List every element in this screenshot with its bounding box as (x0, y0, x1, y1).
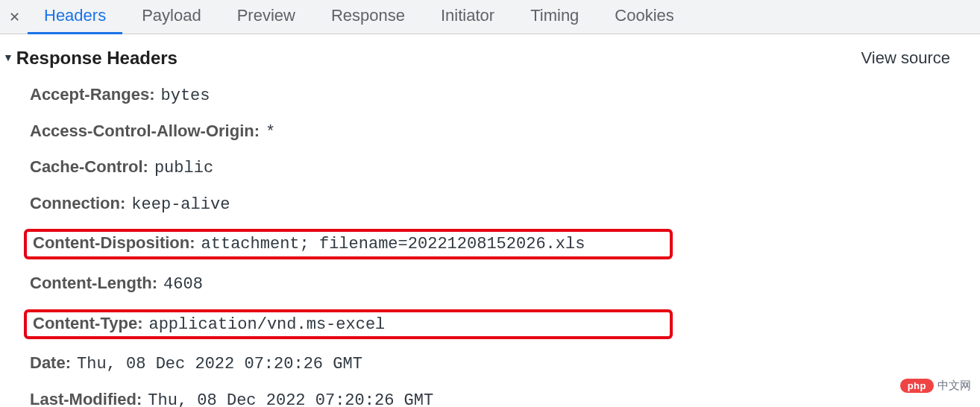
tab-preview[interactable]: Preview (221, 0, 312, 34)
header-row-accept-ranges: Accept-Ranges: bytes (30, 78, 980, 114)
view-source-link[interactable]: View source (861, 48, 950, 68)
header-row-content-disposition: Content-Disposition: attachment; filenam… (30, 222, 980, 266)
header-row-cache-control: Cache-Control: public (30, 150, 980, 186)
tab-timing[interactable]: Timing (514, 0, 595, 34)
header-key: Last-Modified: (30, 389, 142, 407)
header-value: 4608 (163, 274, 203, 296)
header-key: Connection: (30, 193, 125, 215)
tab-initiator[interactable]: Initiator (424, 0, 511, 34)
badge-text: 中文网 (937, 379, 971, 393)
tab-headers[interactable]: Headers (28, 0, 122, 34)
header-value: Thu, 08 Dec 2022 07:20:26 GMT (148, 391, 433, 407)
tab-response[interactable]: Response (315, 0, 421, 34)
header-row-connection: Connection: keep-alive (30, 186, 980, 223)
highlight-box: Content-Type: application/vnd.ms-excel (24, 309, 673, 340)
header-key: Content-Length: (30, 273, 157, 294)
section-toggle[interactable]: ▼ Response Headers (3, 48, 178, 69)
badge-pill: php (899, 378, 935, 394)
header-row-content-type: Content-Type: application/vnd.ms-excel (30, 303, 980, 347)
header-value: bytes (160, 86, 210, 107)
header-row-date: Date: Thu, 08 Dec 2022 07:20:26 GMT (30, 346, 980, 382)
watermark-badge: php 中文网 (899, 378, 971, 394)
header-key: Content-Type: (33, 313, 142, 335)
section-title: Response Headers (16, 48, 178, 69)
header-value: public (154, 158, 213, 180)
header-row-content-length: Content-Length: 4608 (30, 266, 980, 303)
highlight-box: Content-Disposition: attachment; filenam… (24, 229, 673, 259)
content-panel: ▼ Response Headers View source Accept-Ra… (0, 34, 980, 407)
header-key: Accept-Ranges: (30, 84, 154, 106)
disclosure-down-icon: ▼ (3, 51, 13, 63)
close-icon[interactable]: ✕ (4, 10, 28, 24)
header-value: application/vnd.ms-excel (148, 315, 385, 336)
header-key: Date: (30, 353, 71, 374)
headers-list: Accept-Ranges: bytes Access-Control-Allo… (0, 70, 980, 407)
header-key: Cache-Control: (30, 157, 148, 178)
header-key: Access-Control-Allow-Origin: (30, 121, 260, 142)
header-key: Content-Disposition: (33, 233, 195, 254)
tab-payload[interactable]: Payload (125, 0, 218, 34)
section-header: ▼ Response Headers View source (0, 43, 980, 70)
header-value: attachment; filename=20221208152026.xls (201, 234, 585, 256)
header-value: Thu, 08 Dec 2022 07:20:26 GMT (77, 354, 362, 376)
header-value: * (266, 122, 275, 144)
tabs-bar: ✕ Headers Payload Preview Response Initi… (0, 0, 980, 34)
header-value: keep-alive (131, 195, 230, 216)
tab-cookies[interactable]: Cookies (598, 0, 690, 34)
header-row-acao: Access-Control-Allow-Origin: * (30, 114, 980, 151)
header-row-last-modified: Last-Modified: Thu, 08 Dec 2022 07:20:26… (30, 382, 980, 407)
